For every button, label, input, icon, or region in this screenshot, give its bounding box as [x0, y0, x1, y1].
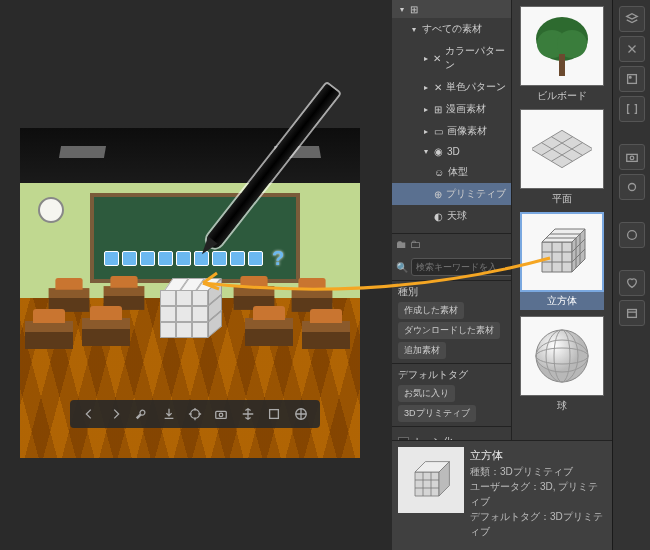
- svg-point-24: [536, 330, 588, 382]
- folder-icon[interactable]: 🖿: [396, 238, 407, 250]
- right-tool-rail: [612, 0, 650, 550]
- chip-favorite[interactable]: お気に入り: [398, 385, 455, 402]
- hud-icon[interactable]: [230, 251, 245, 266]
- toolbar-target-icon[interactable]: [187, 406, 203, 422]
- hud-icon[interactable]: [248, 251, 263, 266]
- tree-item-sky[interactable]: ◐天球: [392, 205, 511, 227]
- scene-ceiling: [20, 128, 360, 183]
- collapse-icon[interactable]: ▾: [398, 5, 406, 13]
- dropped-cube-object[interactable]: [160, 278, 220, 338]
- tree-item-3d[interactable]: ▾◉3D: [392, 142, 511, 161]
- detail-thumbnail: [398, 447, 464, 513]
- chip-added[interactable]: 追加素材: [398, 342, 446, 359]
- toolbar-grid-icon[interactable]: [293, 406, 309, 422]
- tree-item-body[interactable]: ☺体型: [392, 161, 511, 183]
- tag-icon[interactable]: 🗀: [410, 238, 421, 250]
- detail-info: 立方体 種類：3Dプリミティブ ユーザータグ：3D, プリミティブ デフォルトタ…: [470, 447, 606, 544]
- toolbar-download-icon[interactable]: [161, 406, 177, 422]
- rail-circle-icon[interactable]: [619, 222, 645, 248]
- svg-point-34: [629, 76, 631, 78]
- detail-title: 立方体: [470, 447, 606, 464]
- rail-calendar-icon[interactable]: [619, 300, 645, 326]
- svg-rect-33: [627, 75, 636, 84]
- object-hud-controls[interactable]: ?: [104, 247, 284, 270]
- svg-point-37: [628, 184, 635, 191]
- chip-created[interactable]: 作成した素材: [398, 302, 464, 319]
- thumb-plane[interactable]: [520, 109, 604, 189]
- chip-3d-primitive[interactable]: 3Dプリミティブ: [398, 405, 476, 422]
- hud-icon[interactable]: [158, 251, 173, 266]
- svg-rect-35: [626, 154, 637, 161]
- canvas-viewport[interactable]: ?: [20, 128, 360, 458]
- toolbar-camera-icon[interactable]: [213, 406, 229, 422]
- rail-layers-icon[interactable]: [619, 6, 645, 32]
- rail-texture-icon[interactable]: [619, 66, 645, 92]
- svg-rect-9: [532, 130, 592, 167]
- grid-icon: ⊞: [410, 4, 420, 14]
- hud-help-icon[interactable]: ?: [272, 247, 284, 270]
- svg-point-2: [220, 413, 224, 417]
- rail-heart-icon[interactable]: [619, 270, 645, 296]
- thumb-billboard[interactable]: [520, 6, 604, 86]
- tree-item-all[interactable]: ▾すべての素材: [392, 18, 511, 40]
- scene-clock: [38, 197, 64, 223]
- tree-item-image[interactable]: ▸▭画像素材: [392, 120, 511, 142]
- tree-item-manga[interactable]: ▸⊞漫画素材: [392, 98, 511, 120]
- hud-icon[interactable]: [140, 251, 155, 266]
- svg-point-0: [191, 410, 200, 419]
- hud-icon[interactable]: [104, 251, 119, 266]
- tree-header[interactable]: ▾ ⊞: [392, 0, 511, 18]
- detail-panel: 立方体 種類：3Dプリミティブ ユーザータグ：3D, プリミティブ デフォルトタ…: [392, 440, 612, 550]
- tree-item-mono-pattern[interactable]: ▸✕単色パターン: [392, 76, 511, 98]
- toolbar-move-icon[interactable]: [240, 406, 256, 422]
- toolbar-prev-icon[interactable]: [81, 406, 97, 422]
- hud-icon[interactable]: [194, 251, 209, 266]
- svg-rect-1: [216, 411, 227, 418]
- tree-item-color-pattern[interactable]: ▸✕カラーパターン: [392, 40, 511, 76]
- svg-rect-3: [270, 410, 279, 419]
- chip-downloaded[interactable]: ダウンロードした素材: [398, 322, 500, 339]
- search-icon: 🔍: [396, 262, 408, 273]
- filter-type-title: 種別: [398, 285, 505, 299]
- tree-item-primitive[interactable]: ⊕プリミティブ: [392, 183, 511, 205]
- rail-record-icon[interactable]: [619, 174, 645, 200]
- thumb-billboard-label: ビルボード: [520, 86, 604, 103]
- thumb-sphere-label: 球: [520, 396, 604, 413]
- svg-rect-39: [627, 310, 636, 318]
- thumb-sphere[interactable]: [520, 316, 604, 396]
- svg-point-36: [630, 156, 634, 160]
- thumb-plane-label: 平面: [520, 189, 604, 206]
- filter-tag-title: デフォルトタグ: [398, 368, 505, 382]
- viewport-toolbar: [70, 400, 320, 428]
- rail-bracket-icon[interactable]: [619, 96, 645, 122]
- svg-point-7: [557, 30, 587, 58]
- thumb-cube-label: 立方体: [520, 292, 604, 310]
- hud-icon[interactable]: [122, 251, 137, 266]
- svg-point-38: [627, 231, 636, 240]
- search-input[interactable]: [411, 258, 512, 276]
- svg-rect-8: [559, 54, 565, 76]
- toolbar-next-icon[interactable]: [108, 406, 124, 422]
- hud-icon[interactable]: [212, 251, 227, 266]
- toolbar-frame-icon[interactable]: [266, 406, 282, 422]
- toolbar-wrench-icon[interactable]: [134, 406, 150, 422]
- rail-camera-icon[interactable]: [619, 144, 645, 170]
- rail-close-icon[interactable]: [619, 36, 645, 62]
- hud-icon[interactable]: [176, 251, 191, 266]
- material-panel: ▾ ⊞ ▾すべての素材 ▸✕カラーパターン ▸✕単色パターン ▸⊞漫画素材 ▸▭…: [392, 0, 612, 550]
- thumb-cube[interactable]: [520, 212, 604, 292]
